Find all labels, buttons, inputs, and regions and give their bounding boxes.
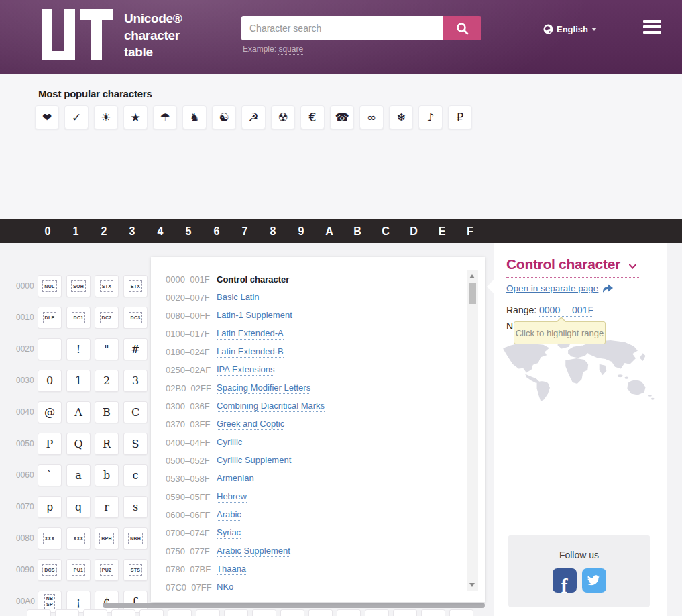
block-link[interactable]: Arabic (217, 509, 241, 521)
popular-char-button[interactable]: ☂ (153, 105, 177, 130)
block-title-dropdown[interactable]: Control character (506, 256, 640, 278)
popular-char-button[interactable]: ❄ (389, 105, 413, 130)
character-cell[interactable]: b (95, 464, 119, 486)
popular-char-button[interactable]: ★ (123, 105, 148, 130)
block-link[interactable]: NKo (217, 582, 233, 593)
character-cell-partial[interactable] (449, 609, 473, 616)
character-cell[interactable]: 1 (66, 370, 91, 392)
character-cell[interactable]: ` (38, 464, 62, 486)
character-cell[interactable]: STX (95, 275, 119, 297)
character-cell[interactable]: r (95, 496, 119, 518)
hex-digit[interactable]: 1 (62, 219, 90, 243)
popular-char-button[interactable]: ☀ (94, 105, 118, 130)
hex-digit[interactable]: B (343, 219, 372, 243)
character-cell[interactable]: 3 (123, 370, 148, 392)
character-cell[interactable]: R (95, 433, 119, 455)
character-cell[interactable]: 0 (38, 370, 62, 392)
block-link[interactable]: Latin Extended-A (217, 328, 284, 340)
character-cell[interactable]: q (66, 496, 91, 518)
character-cell-partial[interactable] (55, 609, 79, 616)
hex-digit[interactable]: 4 (146, 219, 174, 243)
character-cell-partial[interactable] (308, 609, 333, 616)
vertical-scrollbar[interactable] (467, 270, 478, 591)
character-cell-partial[interactable] (111, 609, 135, 616)
block-link[interactable]: Latin-1 Supplement (217, 310, 292, 321)
character-cell[interactable]: BPH (95, 527, 119, 550)
popular-char-button[interactable]: ♪ (418, 105, 443, 130)
character-cell[interactable] (38, 338, 62, 360)
hex-digit[interactable]: 7 (231, 219, 259, 243)
site-logo[interactable] (42, 9, 113, 60)
character-cell[interactable]: Q (66, 433, 91, 455)
character-cell[interactable]: a (66, 464, 91, 486)
character-cell-partial[interactable] (168, 609, 192, 616)
block-link[interactable]: Arabic Supplement (217, 546, 290, 557)
character-cell[interactable]: ! (66, 338, 91, 360)
language-selector[interactable]: English (543, 23, 597, 35)
block-link[interactable]: IPA Extensions (217, 364, 274, 376)
character-cell[interactable]: A (66, 401, 91, 423)
character-cell[interactable]: STS (123, 559, 148, 581)
hex-digit[interactable]: E (428, 219, 456, 243)
character-cell[interactable]: DC1 (66, 307, 91, 329)
character-cell[interactable]: DCS (38, 559, 62, 581)
character-cell-partial[interactable] (83, 609, 107, 616)
facebook-button[interactable]: f (553, 568, 577, 593)
character-cell[interactable]: XXX (66, 527, 91, 550)
character-cell[interactable]: B (95, 401, 119, 423)
search-button[interactable] (443, 16, 481, 40)
character-cell[interactable]: p (38, 496, 62, 518)
block-link[interactable]: Cyrillic (217, 437, 242, 448)
hex-digit[interactable]: 5 (174, 219, 203, 243)
character-cell-partial[interactable] (252, 609, 276, 616)
block-link[interactable]: Armenian (217, 473, 254, 484)
character-cell[interactable]: XXX (38, 527, 62, 550)
popular-char-button[interactable]: ∞ (359, 105, 384, 130)
block-link[interactable]: Combining Diacritical Marks (217, 401, 325, 412)
popular-char-button[interactable]: € (300, 105, 325, 130)
character-cell-partial[interactable] (224, 609, 248, 616)
character-cell[interactable]: s (123, 496, 148, 518)
hex-digit[interactable]: 6 (203, 219, 231, 243)
popular-char-button[interactable]: ₽ (448, 105, 472, 130)
character-cell-partial[interactable] (365, 609, 389, 616)
block-link[interactable]: Basic Latin (217, 292, 260, 303)
character-cell[interactable]: # (123, 338, 148, 360)
popular-char-button[interactable]: ☯ (212, 105, 236, 130)
block-link[interactable]: Thaana (217, 564, 246, 575)
character-cell-partial[interactable] (421, 609, 445, 616)
menu-button[interactable] (643, 20, 661, 36)
character-cell[interactable]: @ (38, 401, 62, 423)
character-cell[interactable]: 2 (95, 370, 119, 392)
character-cell[interactable]: ETX (123, 275, 148, 297)
character-cell-partial[interactable] (139, 609, 164, 616)
character-cell[interactable]: P (38, 433, 62, 455)
popular-char-button[interactable]: ☭ (241, 105, 266, 130)
character-cell[interactable]: NUL (38, 275, 62, 297)
block-link[interactable]: Samaritan (217, 600, 256, 602)
character-cell[interactable]: PU1 (66, 559, 91, 581)
block-link[interactable]: Latin Extended-B (217, 346, 284, 358)
hex-digit[interactable]: 9 (287, 219, 315, 243)
example-link[interactable]: square (278, 44, 303, 55)
character-cell-partial[interactable] (196, 609, 220, 616)
site-title[interactable]: Unicode® character table (124, 10, 182, 60)
character-cell-partial[interactable] (280, 609, 304, 616)
range-link[interactable]: 0000— 001F (539, 305, 593, 317)
hex-digit[interactable]: A (315, 219, 343, 243)
hex-digit[interactable]: 3 (118, 219, 146, 243)
block-link[interactable]: Hebrew (217, 491, 247, 503)
scroll-down-arrow[interactable] (469, 583, 475, 587)
block-link[interactable]: Spacing Modifier Letters (217, 382, 310, 394)
hex-digit[interactable]: F (456, 219, 484, 243)
horizontal-scrollbar[interactable] (103, 603, 485, 608)
character-cell[interactable]: DC2 (95, 307, 119, 329)
block-link[interactable]: Cyrillic Supplement (217, 455, 291, 466)
popular-char-button[interactable]: ☢ (271, 105, 295, 130)
popular-char-button[interactable]: ♞ (182, 105, 207, 130)
hex-digit[interactable]: C (372, 219, 400, 243)
character-cell[interactable]: c (123, 464, 148, 486)
character-cell[interactable]: DC3 (123, 307, 148, 329)
hex-digit[interactable]: 8 (259, 219, 287, 243)
character-cell-partial[interactable] (27, 609, 51, 616)
